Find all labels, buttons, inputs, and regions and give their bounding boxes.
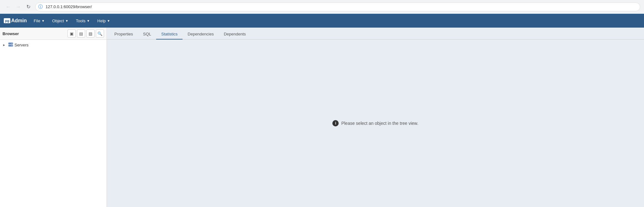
server-icon bbox=[8, 42, 13, 48]
info-message: i Please select an object in the tree vi… bbox=[332, 120, 418, 126]
tree-label-servers: Servers bbox=[14, 43, 29, 47]
forward-button[interactable]: → bbox=[14, 3, 23, 11]
menu-file[interactable]: File ▼ bbox=[30, 17, 48, 25]
query-icon-btn[interactable]: ▧ bbox=[86, 29, 95, 38]
svg-point-3 bbox=[12, 45, 12, 46]
tab-content: i Please select an object in the tree vi… bbox=[107, 40, 644, 207]
tab-bar: Properties SQL Statistics Dependencies D… bbox=[107, 28, 644, 40]
back-button[interactable]: ← bbox=[4, 3, 13, 11]
menu-help-chevron: ▼ bbox=[107, 19, 110, 23]
logo-admin: Admin bbox=[11, 18, 27, 24]
address-input[interactable] bbox=[35, 3, 640, 11]
search-icon: 🔍 bbox=[97, 31, 102, 36]
pgadmin-logo: pg Admin bbox=[4, 18, 27, 24]
table-icon: ▤ bbox=[79, 31, 83, 36]
tab-dependencies[interactable]: Dependencies bbox=[183, 29, 219, 40]
tree-item-servers[interactable]: ► Servers bbox=[0, 41, 106, 49]
info-message-text: Please select an object in the tree view… bbox=[341, 121, 418, 126]
menu-file-chevron: ▼ bbox=[41, 19, 45, 23]
content-area: Properties SQL Statistics Dependencies D… bbox=[107, 28, 644, 207]
tab-dependents[interactable]: Dependents bbox=[219, 29, 251, 40]
main-layout: Browser ▣ ▤ ▧ 🔍 ► bbox=[0, 28, 644, 207]
tab-properties[interactable]: Properties bbox=[109, 29, 138, 40]
pgadmin-navbar: pg Admin File ▼ Object ▼ Tools ▼ Help ▼ bbox=[0, 14, 644, 28]
browser-chrome: ← → ↻ ⓘ bbox=[0, 0, 644, 14]
menu-help-label: Help bbox=[97, 19, 106, 23]
menu-object[interactable]: Object ▼ bbox=[49, 17, 71, 25]
nav-buttons: ← → ↻ bbox=[4, 3, 33, 11]
search-icon-btn[interactable]: 🔍 bbox=[96, 29, 104, 38]
tab-sql[interactable]: SQL bbox=[138, 29, 156, 40]
menu-file-label: File bbox=[34, 19, 40, 23]
sidebar: Browser ▣ ▤ ▧ 🔍 ► bbox=[0, 28, 107, 207]
menu-object-chevron: ▼ bbox=[65, 19, 68, 23]
menu-tools-label: Tools bbox=[76, 19, 85, 23]
address-info-icon: ⓘ bbox=[38, 4, 43, 10]
info-icon: i bbox=[332, 120, 339, 126]
logo-pg: pg bbox=[4, 18, 10, 23]
sidebar-title: Browser bbox=[3, 31, 66, 36]
properties-icon-btn[interactable]: ▣ bbox=[68, 29, 76, 38]
menu-object-label: Object bbox=[52, 19, 64, 23]
table-icon-btn[interactable]: ▤ bbox=[77, 29, 85, 38]
menu-help[interactable]: Help ▼ bbox=[94, 17, 113, 25]
svg-point-2 bbox=[12, 43, 12, 44]
query-icon: ▧ bbox=[89, 31, 92, 36]
address-bar-wrapper: ⓘ bbox=[35, 3, 640, 11]
menu-tools-chevron: ▼ bbox=[87, 19, 90, 23]
properties-icon: ▣ bbox=[70, 31, 74, 36]
sidebar-header: Browser ▣ ▤ ▧ 🔍 bbox=[0, 28, 106, 40]
reload-button[interactable]: ↻ bbox=[24, 3, 33, 11]
tree-chevron-servers: ► bbox=[3, 43, 7, 47]
sidebar-content: ► Servers bbox=[0, 40, 106, 207]
tab-statistics[interactable]: Statistics bbox=[156, 29, 183, 40]
menu-tools[interactable]: Tools ▼ bbox=[73, 17, 93, 25]
